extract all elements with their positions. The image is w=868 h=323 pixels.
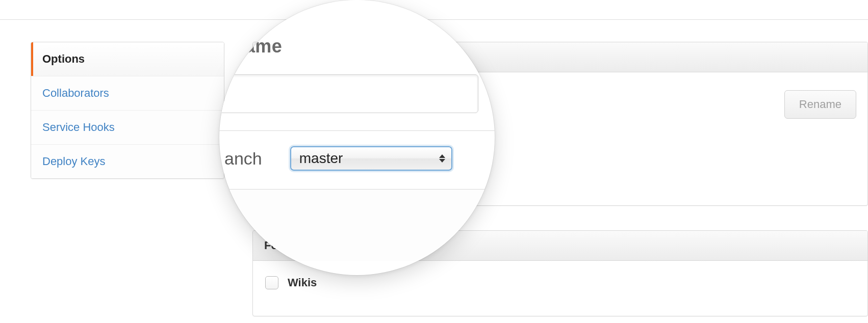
divider xyxy=(219,130,495,131)
page-top-divider xyxy=(0,19,868,20)
default-branch-selected-value: master xyxy=(299,150,343,167)
default-branch-label-fragment: anch xyxy=(224,149,262,169)
sidebar-item-label: Service Hooks xyxy=(42,121,115,133)
rename-button[interactable]: Rename xyxy=(784,90,856,119)
wikis-checkbox[interactable] xyxy=(265,276,278,289)
sidebar-item-deploy-keys[interactable]: Deploy Keys xyxy=(31,144,224,178)
repo-name-label-fragment: ame xyxy=(219,36,495,57)
sidebar-item-label: Deploy Keys xyxy=(42,155,106,168)
settings-sidebar: Options Collaborators Service Hooks Depl… xyxy=(31,42,224,179)
sidebar-item-label: Options xyxy=(42,52,85,65)
rename-button-label: Rename xyxy=(799,98,841,111)
sidebar-item-collaborators[interactable]: Collaborators xyxy=(31,76,224,110)
wikis-label: Wikis xyxy=(288,276,317,289)
sidebar-item-options[interactable]: Options xyxy=(31,42,224,76)
select-stepper-icon xyxy=(439,154,445,163)
repo-name-input[interactable] xyxy=(219,74,478,113)
default-branch-select[interactable]: master xyxy=(290,146,452,171)
sidebar-item-service-hooks[interactable]: Service Hooks xyxy=(31,110,224,144)
sidebar-item-label: Collaborators xyxy=(42,87,109,99)
magnifier-lens: ame anch master xyxy=(219,0,495,275)
feature-row-wikis: Wikis xyxy=(264,272,856,305)
